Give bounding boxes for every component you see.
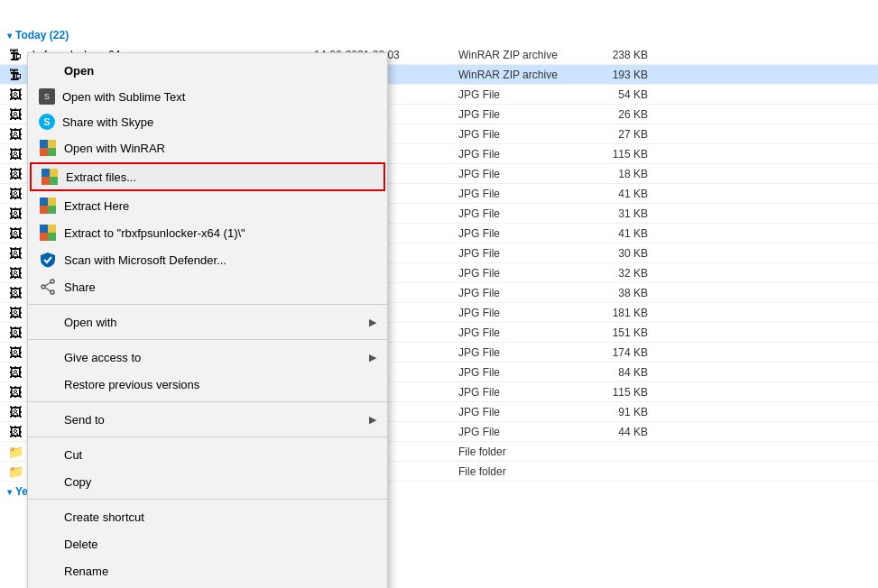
file-size: 32 KB (576, 267, 648, 280)
file-type: JPG File (458, 366, 576, 379)
file-type: JPG File (458, 188, 576, 200)
menu-item-send-to[interactable]: Send to ▶ (28, 406, 387, 433)
menu-item-rename[interactable]: Rename (28, 557, 387, 584)
file-icon-jpg: 🖼 (7, 225, 23, 242)
svg-rect-11 (48, 206, 56, 214)
file-type: JPG File (458, 426, 576, 438)
file-size: 27 KB (576, 128, 648, 141)
file-size: 238 KB (576, 49, 648, 61)
defender-icon (39, 251, 57, 269)
chevron-icon: ▾ (7, 31, 12, 41)
menu-item-scan-defender[interactable]: Scan with Microsoft Defender... (28, 246, 387, 273)
menu-item-extract-here[interactable]: Extract Here (28, 192, 387, 219)
give-access-icon (39, 348, 57, 366)
svg-point-16 (51, 280, 54, 283)
file-type: File folder (458, 465, 576, 478)
restore-icon (39, 375, 57, 393)
svg-rect-10 (40, 206, 48, 214)
menu-item-share-skype[interactable]: S Share with Skype (28, 109, 387, 134)
copy-icon (39, 473, 57, 491)
menu-item-give-access[interactable]: Give access to ▶ (28, 344, 387, 371)
menu-item-restore-versions[interactable]: Restore previous versions (28, 371, 387, 398)
svg-point-18 (42, 285, 45, 289)
svg-rect-9 (48, 198, 56, 206)
file-type: JPG File (458, 168, 576, 180)
file-size: 44 KB (576, 426, 648, 438)
svg-rect-0 (40, 140, 48, 148)
open-with-icon (39, 313, 57, 331)
svg-rect-7 (50, 177, 58, 185)
send-to-label: Send to (64, 413, 362, 427)
file-icon-jpg: 🖼 (7, 325, 23, 341)
svg-point-17 (51, 290, 54, 294)
submenu-arrow-icon: ▶ (369, 317, 376, 328)
menu-item-copy[interactable]: Copy (28, 468, 387, 495)
file-size: 41 KB (576, 188, 648, 200)
file-type: JPG File (458, 88, 576, 101)
restore-versions-label: Restore previous versions (64, 378, 376, 391)
file-type: JPG File (458, 386, 576, 399)
file-size: 26 KB (576, 108, 648, 121)
submenu-arrow-icon2: ▶ (369, 352, 376, 363)
menu-item-cut[interactable]: Cut (28, 441, 387, 468)
file-icon-folder: 📁 (7, 464, 23, 480)
give-access-label: Give access to (64, 351, 362, 364)
file-type: JPG File (458, 346, 576, 359)
file-icon-jpg: 🖼 (7, 305, 23, 321)
svg-rect-15 (48, 233, 56, 241)
cut-label: Cut (64, 448, 376, 462)
file-icon-jpg: 🖼 (7, 285, 23, 301)
svg-rect-5 (50, 169, 58, 177)
scan-defender-label: Scan with Microsoft Defender... (64, 253, 376, 267)
file-type: File folder (458, 446, 576, 458)
file-icon-zip: 🗜 (7, 47, 23, 63)
menu-item-extract-files[interactable]: Extract files... (30, 162, 385, 191)
menu-item-open-with[interactable]: Open with ▶ (28, 308, 387, 335)
svg-line-19 (45, 282, 51, 286)
separator-2 (28, 339, 387, 340)
file-icon-jpg: 🖼 (7, 404, 23, 420)
menu-item-extract-to[interactable]: Extract to "rbxfpsunlocker-x64 (1)\" (28, 219, 387, 246)
file-size: 18 KB (576, 168, 648, 180)
open-winrar-label: Open with WinRAR (64, 142, 376, 155)
chevron-icon: ▾ (7, 487, 12, 497)
file-size: 38 KB (576, 287, 648, 299)
file-type: JPG File (458, 108, 576, 121)
extract-files-label: Extract files... (66, 170, 374, 184)
file-type: JPG File (458, 307, 576, 319)
open-sublime-label: Open with Sublime Text (62, 90, 376, 104)
file-size: 30 KB (576, 247, 648, 260)
file-type: JPG File (458, 287, 576, 299)
separator-5 (28, 499, 387, 500)
svg-rect-12 (40, 225, 48, 233)
file-icon-jpg: 🖼 (7, 265, 23, 281)
file-icon-jpg: 🖼 (7, 206, 23, 222)
file-size: 174 KB (576, 346, 648, 359)
menu-item-share[interactable]: Share (28, 273, 387, 300)
file-icon-jpg: 🖼 (7, 364, 23, 381)
menu-item-open-sublime[interactable]: S Open with Sublime Text (28, 84, 387, 109)
file-size: 115 KB (576, 386, 648, 399)
copy-label: Copy (64, 475, 376, 489)
menu-item-open-winrar[interactable]: Open with WinRAR (28, 134, 387, 161)
separator-4 (28, 436, 387, 437)
cut-icon (39, 446, 57, 464)
delete-label: Delete (64, 537, 376, 551)
menu-item-delete[interactable]: Delete (28, 530, 387, 557)
file-icon-jpg: 🖼 (7, 424, 23, 440)
svg-rect-6 (42, 177, 50, 185)
svg-rect-13 (48, 225, 56, 233)
menu-item-open[interactable]: Open (28, 57, 387, 84)
extract-to-icon (39, 224, 57, 242)
context-menu: Open S Open with Sublime Text S Share wi… (27, 52, 388, 588)
file-type: JPG File (458, 128, 576, 141)
file-size: 31 KB (576, 207, 648, 220)
svg-rect-4 (42, 169, 50, 177)
menu-item-create-shortcut[interactable]: Create shortcut (28, 503, 387, 530)
file-icon-jpg: 🖼 (7, 106, 23, 123)
group-header-today[interactable]: ▾ Today (22) (0, 25, 878, 45)
svg-rect-1 (48, 140, 56, 148)
separator-1 (28, 304, 387, 305)
file-icon-zip: 🗜 (7, 67, 23, 83)
file-icon-jpg: 🖼 (7, 146, 23, 162)
